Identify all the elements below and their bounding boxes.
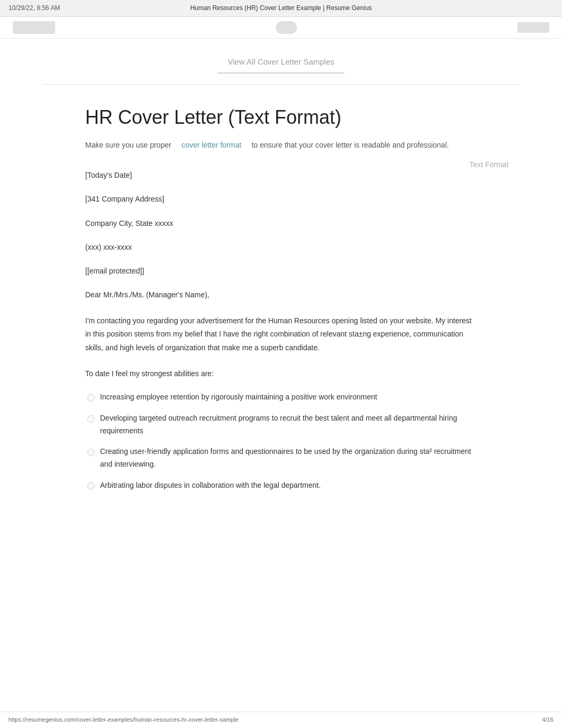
browser-bar: 10/29/22, 8:56 AM Human Resources (HR) C… xyxy=(0,0,562,17)
nav-right xyxy=(518,22,549,33)
salutation: Dear Mr./Mrs./Ms. (Manager's Name), xyxy=(85,288,477,302)
text-format-label: Text Format xyxy=(469,159,509,170)
list-item: Creating user-friendly application forms… xyxy=(85,445,477,471)
abilities-intro: To date I feel my strongest abilities ar… xyxy=(85,367,477,380)
page-title: HR Cover Letter (Text Format) xyxy=(85,106,477,129)
view-all-underline xyxy=(217,72,345,74)
main-content: Text Format HR Cover Letter (Text Format… xyxy=(53,85,509,536)
nav-icons xyxy=(276,21,297,34)
list-item: Developing targeted outreach recruitment… xyxy=(85,412,477,438)
view-all-section: View All Cover Letter Samples xyxy=(42,39,520,85)
nav-bar xyxy=(0,17,562,39)
email-field: [[email protected]] xyxy=(85,265,477,278)
cover-letter-format-link[interactable]: cover letter format xyxy=(182,141,241,149)
address-field: [341 Company Address] xyxy=(85,193,477,206)
bullet-list: Increasing employee retention by rigorou… xyxy=(85,391,477,492)
browser-page-title: Human Resources (HR) Cover Letter Exampl… xyxy=(72,3,490,13)
list-item: Arbitrating labor disputes in collaborat… xyxy=(85,479,477,492)
date-field: [Today's Date] xyxy=(85,169,477,182)
intro-text-after: to ensure that your cover letter is read… xyxy=(251,141,449,149)
browser-timestamp: 10/29/22, 8:56 AM xyxy=(8,3,72,13)
nav-logo[interactable] xyxy=(13,21,55,34)
list-item: Increasing employee retention by rigorou… xyxy=(85,391,477,404)
letter-body: [Today's Date] [341 Company Address] Com… xyxy=(85,169,477,492)
intro-paragraph: Make sure you use proper cover letter fo… xyxy=(85,139,477,152)
city-field: Company City, State xxxxx xyxy=(85,217,477,230)
letter-paragraph-1: I'm contacting you regarding your advert… xyxy=(85,314,477,354)
intro-text-before: Make sure you use proper xyxy=(85,141,171,149)
view-all-link[interactable]: View All Cover Letter Samples xyxy=(228,57,334,66)
phone-field: (xxx) xxx-xxxx xyxy=(85,241,477,254)
